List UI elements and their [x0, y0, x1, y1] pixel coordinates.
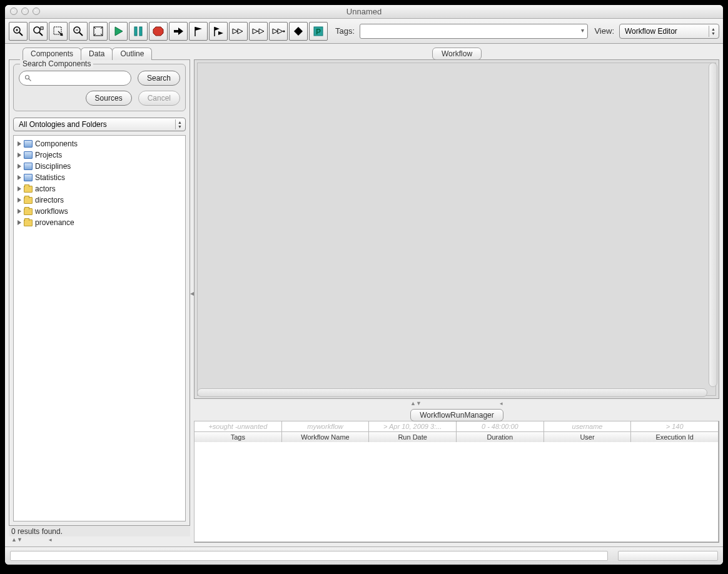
stop-button[interactable] [149, 22, 168, 41]
folder-icon [24, 219, 33, 226]
run-filter-input[interactable]: +sought -unwanted [194, 421, 282, 432]
step-into-button[interactable] [249, 22, 268, 41]
tree-item[interactable]: Statistics [15, 172, 184, 183]
tree-item[interactable]: directors [15, 194, 184, 206]
chevron-updown-icon: ▲▼ [175, 119, 184, 129]
run-to-breakpoint-button[interactable] [209, 22, 228, 41]
zoom-out-button[interactable] [69, 22, 88, 41]
expand-icon[interactable] [18, 186, 21, 191]
cancel-button: Cancel [138, 91, 180, 106]
run-column-header[interactable]: User [543, 431, 632, 443]
run-filter-input[interactable]: > Apr 10, 2009 3:... [368, 421, 457, 432]
search-icon [24, 74, 32, 82]
sources-button[interactable]: Sources [86, 91, 132, 106]
tree-item-label: Components [35, 139, 78, 148]
search-button[interactable]: Search [138, 71, 180, 86]
runmanager-tabs: WorkflowRunManager [194, 408, 719, 421]
window-close-button[interactable] [10, 8, 18, 15]
tree-item[interactable]: Projects [15, 149, 184, 161]
pause-button[interactable] [129, 22, 148, 41]
run-button[interactable] [109, 22, 128, 41]
svg-line-5 [39, 33, 43, 36]
view-selector[interactable]: Workflow Editor ▲▼ [619, 24, 719, 39]
horizontal-splitter[interactable]: ▲▼ ◂ [194, 399, 719, 408]
zoom-fit-button[interactable] [89, 22, 108, 41]
workflow-canvas[interactable] [197, 63, 716, 396]
run-table-headers: TagsWorkflow NameRun DateDurationUserExe… [195, 432, 719, 443]
expand-icon[interactable] [18, 198, 21, 203]
window-zoom-button[interactable] [33, 8, 40, 15]
folder-icon [24, 208, 33, 215]
tab-outline[interactable]: Outline [112, 48, 152, 60]
director-button[interactable] [289, 22, 308, 41]
workflow-tab[interactable]: Workflow [432, 48, 482, 60]
main-area: Components Data Outline Search Component… [5, 44, 723, 547]
run-filter-input[interactable]: myworkflow [281, 421, 370, 432]
svg-rect-6 [41, 27, 43, 29]
panel-collapse-handle[interactable]: ▲▼ ◂ [9, 536, 190, 543]
zoom-in-button[interactable] [9, 22, 28, 41]
canvas-vertical-scrollbar[interactable] [709, 63, 717, 387]
expand-icon[interactable] [18, 220, 21, 225]
svg-marker-16 [174, 28, 183, 35]
tree-item[interactable]: workflows [15, 206, 184, 217]
step-button[interactable] [169, 22, 188, 41]
run-column-header[interactable]: Workflow Name [281, 431, 370, 443]
svg-line-1 [19, 33, 23, 36]
tree-item[interactable]: Disciplines [15, 161, 184, 172]
tree-item[interactable]: provenance [15, 217, 184, 228]
svg-marker-12 [115, 27, 123, 36]
tree-item-label: workflows [35, 207, 68, 216]
zoom-selection-button[interactable] [29, 22, 48, 41]
expand-icon[interactable] [18, 153, 21, 158]
expand-icon[interactable] [18, 164, 21, 169]
breakpoint-button[interactable] [189, 22, 208, 41]
runmanager-panel: +sought -unwantedmyworkflow> Apr 10, 200… [194, 421, 719, 543]
run-filter-input[interactable]: 0 - 48:00:00 [456, 421, 544, 432]
run-column-header[interactable]: Tags [194, 431, 282, 443]
tree-item-label: directors [35, 196, 64, 204]
window-minimize-button[interactable] [21, 8, 29, 15]
run-table-body [194, 442, 719, 542]
run-column-header[interactable]: Run Date [368, 431, 457, 443]
run-filter-input[interactable]: username [543, 421, 632, 432]
components-panel: Search Components Search Sources Cancel … [9, 59, 190, 526]
results-status: 0 results found. [9, 525, 190, 536]
view-selector-value: Workflow Editor [625, 27, 677, 36]
right-panel: Workflow ▲▼ ◂ WorkflowRunManager +sought… [194, 46, 719, 543]
canvas-horizontal-scrollbar[interactable] [197, 388, 707, 397]
svg-point-33 [26, 76, 29, 79]
workflow-tabs: Workflow [194, 46, 719, 60]
svg-marker-15 [153, 27, 163, 36]
run-column-header[interactable]: Execution Id [630, 431, 719, 443]
svg-point-4 [34, 27, 40, 33]
title-bar: Unnamed [5, 5, 723, 19]
expand-icon[interactable] [18, 175, 21, 180]
ontology-selector[interactable]: All Ontologies and Folders ▲▼ [13, 118, 186, 131]
tags-input[interactable] [360, 24, 588, 39]
run-filter-input[interactable]: > 140 [630, 421, 719, 432]
folder-icon [24, 197, 33, 204]
tree-item[interactable]: actors [15, 183, 184, 194]
expand-icon[interactable] [18, 209, 21, 214]
runmanager-tab[interactable]: WorkflowRunManager [410, 409, 503, 421]
window-title: Unnamed [5, 7, 723, 16]
svg-text:P: P [316, 28, 321, 36]
parameter-button[interactable]: P [309, 22, 328, 41]
svg-marker-28 [278, 29, 283, 34]
svg-line-9 [79, 33, 83, 36]
zoom-area-button[interactable] [49, 22, 68, 41]
svg-marker-21 [218, 31, 223, 35]
component-icon [24, 174, 33, 181]
step-out-button[interactable] [269, 22, 288, 41]
tree-item[interactable]: Components [15, 138, 184, 149]
main-window: Unnamed [5, 5, 723, 565]
search-input[interactable] [19, 71, 131, 86]
step-over-button[interactable] [229, 22, 248, 41]
tab-data[interactable]: Data [81, 48, 113, 60]
expand-icon[interactable] [18, 141, 21, 146]
tab-components[interactable]: Components [23, 48, 81, 60]
run-column-header[interactable]: Duration [456, 431, 544, 443]
component-tree[interactable]: ComponentsProjectsDisciplinesStatisticsa… [13, 135, 186, 521]
search-fieldset: Search Components Search Sources Cancel [13, 64, 186, 111]
